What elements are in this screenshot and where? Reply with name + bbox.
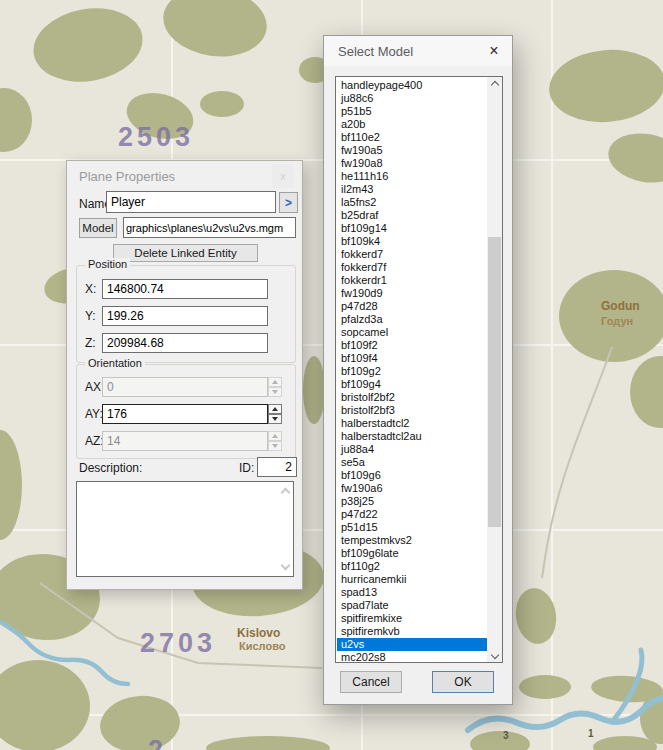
select-model-titlebar[interactable]: Select Model × xyxy=(324,36,512,66)
model-list-item[interactable]: ju88c6 xyxy=(337,92,487,105)
scroll-up-icon[interactable] xyxy=(281,488,291,498)
model-list-item[interactable]: bristolf2bf2 xyxy=(337,391,487,404)
ay-spinner[interactable] xyxy=(268,404,282,424)
ay-label: AY: xyxy=(85,407,103,421)
name-expand-button[interactable]: > xyxy=(279,192,298,213)
scrollbar-down-icon[interactable] xyxy=(487,647,502,662)
y-input[interactable] xyxy=(102,306,268,326)
x-label: X: xyxy=(85,282,96,296)
model-list-item[interactable]: a20b xyxy=(337,118,487,131)
model-list-scrollbar[interactable] xyxy=(487,77,502,662)
id-input[interactable] xyxy=(257,457,297,477)
model-list-item[interactable]: fokkerdr1 xyxy=(337,274,487,287)
spinner-up-icon xyxy=(268,377,282,387)
model-list-item[interactable]: spitfiremkixe xyxy=(337,612,487,625)
model-list-item[interactable]: bf109f4 xyxy=(337,352,487,365)
spinner-down-icon[interactable] xyxy=(268,414,282,424)
model-list-item[interactable]: fw190d9 xyxy=(337,287,487,300)
model-list-item[interactable]: fw190a6 xyxy=(337,482,487,495)
orientation-legend: Orientation xyxy=(85,357,145,369)
model-list: handleypage400ju88c6p51b5a20bbf110e2fw19… xyxy=(337,79,487,663)
cancel-button[interactable]: Cancel xyxy=(340,671,402,693)
map-label-godunovka: Godun xyxy=(601,299,640,313)
position-group: Position X: Y: Z: xyxy=(76,265,296,363)
map-grid-number-2703: 2703 xyxy=(140,628,216,659)
model-list-item[interactable]: bf109g6 xyxy=(337,469,487,482)
model-list-item[interactable]: pfalzd3a xyxy=(337,313,487,326)
model-list-item[interactable]: bf109g14 xyxy=(337,222,487,235)
map-spot-height-3: 3 xyxy=(503,730,509,741)
model-list-item[interactable]: p51b5 xyxy=(337,105,487,118)
orientation-group: Orientation AX: AY: AZ: xyxy=(76,364,296,459)
plane-properties-title: Plane Properties xyxy=(79,169,175,184)
plane-properties-dialog: Plane Properties x Name: > Model Delete … xyxy=(66,160,303,590)
select-model-dialog: Select Model × handleypage400ju88c6p51b5… xyxy=(323,35,513,705)
model-list-item[interactable]: b25draf xyxy=(337,209,487,222)
model-list-item[interactable]: p38j25 xyxy=(337,495,487,508)
close-icon[interactable]: x xyxy=(272,164,294,188)
model-list-item[interactable]: u2vs xyxy=(337,638,487,651)
model-list-item[interactable]: fw190a5 xyxy=(337,144,487,157)
description-label: Description: xyxy=(79,461,142,475)
model-path-input[interactable] xyxy=(123,217,296,238)
delete-linked-entity-button[interactable]: Delete Linked Entity xyxy=(113,244,258,262)
map-grid-number-partial: 2 xyxy=(148,735,167,750)
scrollbar-up-icon[interactable] xyxy=(487,77,502,92)
spinner-up-icon xyxy=(268,431,282,441)
z-label: Z: xyxy=(85,336,96,350)
model-list-item[interactable]: tempestmkvs2 xyxy=(337,534,487,547)
map-spot-height-1: 1 xyxy=(588,728,594,739)
ax-input xyxy=(102,377,268,397)
y-label: Y: xyxy=(85,309,96,323)
editor-stage: 2503 2703 2 Kislovo Кислово Godun Годун … xyxy=(0,0,663,750)
model-list-item[interactable]: mc202s8 xyxy=(337,651,487,663)
spinner-down-icon xyxy=(268,387,282,397)
x-input[interactable] xyxy=(102,279,268,299)
model-list-item[interactable]: bf109g2 xyxy=(337,365,487,378)
model-list-item[interactable]: fokkerd7f xyxy=(337,261,487,274)
az-spinner xyxy=(268,431,282,451)
model-list-item[interactable]: handleypage400 xyxy=(337,79,487,92)
model-list-item[interactable]: bf109g6late xyxy=(337,547,487,560)
spinner-up-icon[interactable] xyxy=(268,404,282,414)
model-list-item[interactable]: la5fns2 xyxy=(337,196,487,209)
model-list-item[interactable]: halberstadtcl2au xyxy=(337,430,487,443)
description-textarea[interactable] xyxy=(76,481,294,577)
model-list-item[interactable]: fw190a8 xyxy=(337,157,487,170)
model-list-item[interactable]: spad7late xyxy=(337,599,487,612)
map-grid-number-2503: 2503 xyxy=(118,122,194,153)
model-list-item[interactable]: he111h16 xyxy=(337,170,487,183)
select-model-title: Select Model xyxy=(338,44,413,59)
model-list-item[interactable]: p47d28 xyxy=(337,300,487,313)
map-label-kislovo: Kislovo xyxy=(237,626,280,640)
model-list-item[interactable]: halberstadtcl2 xyxy=(337,417,487,430)
model-list-item[interactable]: bf109g4 xyxy=(337,378,487,391)
model-list-item[interactable]: fokkerd7 xyxy=(337,248,487,261)
close-icon[interactable]: × xyxy=(480,38,508,64)
model-listbox[interactable]: handleypage400ju88c6p51b5a20bbf110e2fw19… xyxy=(335,76,503,663)
model-list-item[interactable]: bf110g2 xyxy=(337,560,487,573)
model-list-item[interactable]: il2m43 xyxy=(337,183,487,196)
model-list-item[interactable]: bf110e2 xyxy=(337,131,487,144)
scrollbar-thumb[interactable] xyxy=(488,237,501,527)
model-button[interactable]: Model xyxy=(79,218,117,238)
model-list-item[interactable]: spad13 xyxy=(337,586,487,599)
model-list-item[interactable]: spitfiremkvb xyxy=(337,625,487,638)
model-list-item[interactable]: p47d22 xyxy=(337,508,487,521)
id-label: ID: xyxy=(239,461,254,475)
scroll-down-icon[interactable] xyxy=(281,561,291,571)
model-list-item[interactable]: se5a xyxy=(337,456,487,469)
model-list-item[interactable]: ju88a4 xyxy=(337,443,487,456)
model-list-item[interactable]: hurricanemkii xyxy=(337,573,487,586)
spinner-down-icon xyxy=(268,441,282,451)
name-input[interactable] xyxy=(106,191,276,213)
model-list-item[interactable]: bf109f2 xyxy=(337,339,487,352)
model-list-item[interactable]: bristolf2bf3 xyxy=(337,404,487,417)
ok-button[interactable]: OK xyxy=(432,671,494,693)
model-list-item[interactable]: sopcamel xyxy=(337,326,487,339)
model-list-item[interactable]: bf109k4 xyxy=(337,235,487,248)
model-list-item[interactable]: p51d15 xyxy=(337,521,487,534)
ay-input[interactable] xyxy=(102,404,268,424)
az-input xyxy=(102,431,268,451)
z-input[interactable] xyxy=(102,333,268,353)
